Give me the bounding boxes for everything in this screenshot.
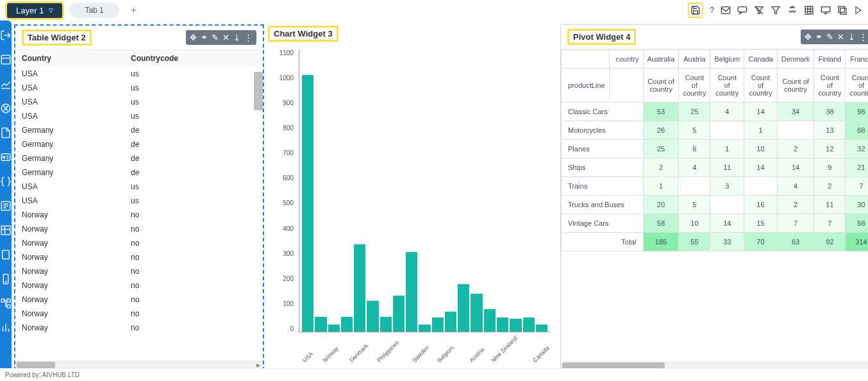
chart-bar[interactable] — [458, 284, 469, 332]
more-icon[interactable]: ⋮ — [244, 33, 253, 42]
move-icon[interactable]: ✥ — [805, 32, 812, 42]
chart-bar[interactable] — [419, 325, 430, 332]
filter-off-icon[interactable] — [754, 5, 764, 15]
link-icon[interactable]: ⚭ — [201, 33, 208, 42]
table-row[interactable]: Norwayno — [15, 208, 263, 222]
map-icon[interactable] — [0, 103, 12, 114]
table-row[interactable]: Germanyde — [15, 151, 263, 165]
chart-bar[interactable] — [484, 309, 496, 332]
more-icon[interactable]: ⋮ — [859, 32, 867, 42]
svg-rect-32 — [3, 250, 10, 259]
chart-widget[interactable]: Chart Widget 3 0100200300400500600700800… — [268, 24, 556, 371]
svg-point-22 — [3, 157, 5, 158]
add-tab-button[interactable]: + — [124, 1, 143, 19]
play-icon[interactable] — [854, 6, 863, 15]
chart-bar[interactable] — [393, 296, 405, 332]
chart-bar[interactable] — [380, 317, 392, 332]
settings-icon[interactable] — [787, 5, 797, 15]
x-tick-label: Norway — [319, 345, 340, 366]
table-row[interactable]: USAus — [15, 67, 263, 81]
table-row[interactable]: Norwayno — [15, 250, 263, 264]
exit-icon[interactable] — [0, 30, 12, 41]
table-row[interactable]: USAus — [15, 81, 263, 95]
edit-icon[interactable]: ✎ — [212, 33, 219, 42]
layer-dropdown[interactable]: Layer 1 ▽ — [5, 1, 64, 20]
svg-rect-0 — [721, 7, 730, 14]
table-row[interactable]: Norwayno — [15, 307, 263, 321]
table-row[interactable]: USAus — [15, 95, 263, 109]
table-widget[interactable]: Table Widget 2 ✥ ⚭ ✎ ✕ ⤓ ⋮ Country Count… — [14, 24, 264, 371]
download-icon[interactable]: ⤓ — [848, 32, 855, 42]
cell-code: no — [131, 224, 139, 233]
table-row[interactable]: Norwayno — [15, 236, 263, 250]
grid-icon[interactable] — [804, 5, 814, 15]
download-icon[interactable]: ⤓ — [233, 33, 240, 42]
tree-icon[interactable] — [0, 298, 12, 309]
chart-bar[interactable] — [341, 317, 353, 332]
chart-bar[interactable] — [523, 318, 535, 332]
table-row[interactable]: Germanyde — [15, 137, 263, 151]
vertical-scrollbar[interactable] — [254, 72, 263, 110]
powered-by-label: Powered by: AIVHUB LTD — [5, 371, 79, 378]
table-row[interactable]: Germanyde — [15, 123, 263, 137]
tools-icon[interactable]: ✕ — [837, 32, 844, 42]
link-icon[interactable]: ⚭ — [815, 32, 822, 42]
mobile-icon[interactable] — [0, 273, 12, 285]
table-row[interactable]: Norwayno — [15, 278, 263, 292]
pivot-widget[interactable]: Pivot Widget 4 ✥ ⚭ ✎ ✕ ⤓ ⋮ countryAustra… — [560, 24, 868, 371]
chart-bar[interactable] — [367, 301, 378, 332]
card-icon[interactable] — [0, 151, 12, 163]
cell-code: no — [131, 239, 139, 248]
table-row[interactable]: Germanyde — [15, 165, 263, 180]
save-icon[interactable] — [688, 3, 703, 18]
svg-rect-17 — [1, 55, 10, 64]
cell-code: us — [131, 97, 139, 106]
present-icon[interactable] — [821, 6, 831, 15]
chart-bar[interactable] — [432, 318, 444, 332]
tab-button[interactable]: Tab 1 — [69, 3, 119, 18]
x-axis-labels: USANorwayDenmarkPhilippinesSwedenBelgium… — [299, 362, 550, 368]
page-icon[interactable] — [0, 249, 12, 260]
help-icon[interactable]: ? — [710, 6, 714, 15]
svg-rect-1 — [738, 7, 746, 12]
table-row[interactable]: Norwayno — [15, 292, 263, 307]
chart-bar[interactable] — [510, 319, 521, 332]
chart-bar[interactable] — [406, 252, 417, 332]
form-icon[interactable] — [0, 200, 12, 212]
table-icon[interactable] — [0, 224, 12, 236]
doc-icon[interactable] — [0, 127, 12, 139]
table-row[interactable]: Norwayno — [15, 222, 263, 236]
cell-country: Norway — [22, 239, 131, 248]
table-col-country[interactable]: Country — [22, 54, 131, 63]
chart-bar[interactable] — [315, 317, 326, 332]
bar-chart-icon[interactable] — [0, 322, 12, 334]
chart-bar[interactable] — [536, 325, 547, 332]
chart-bar[interactable] — [445, 312, 456, 332]
table-row[interactable]: USAus — [15, 109, 263, 123]
layers-icon[interactable] — [837, 5, 847, 15]
table-row[interactable]: USAus — [15, 194, 263, 208]
filter-icon[interactable] — [771, 5, 781, 15]
braces-icon[interactable] — [0, 176, 12, 187]
move-icon[interactable]: ✥ — [190, 33, 197, 42]
chart-bar[interactable] — [497, 318, 508, 332]
table-row[interactable]: USAus — [15, 180, 263, 194]
report-icon[interactable] — [0, 54, 12, 65]
x-tick-label: Denmark — [346, 343, 369, 366]
comment-icon[interactable] — [737, 6, 747, 15]
svg-rect-5 — [805, 6, 813, 14]
table-row[interactable]: Norwayno — [15, 321, 263, 335]
table-row[interactable]: Norwayno — [15, 264, 263, 278]
chart-area: 010020030040050060070080090010001100 USA… — [268, 43, 556, 371]
chart-bar[interactable] — [328, 325, 340, 332]
chart-bar[interactable] — [471, 294, 482, 332]
chart-bar[interactable] — [354, 244, 365, 332]
chart-icon[interactable] — [0, 78, 12, 90]
chart-bar[interactable] — [302, 75, 313, 332]
x-tick-label: Austria — [465, 346, 485, 366]
edit-icon[interactable]: ✎ — [826, 32, 833, 42]
svg-line-3 — [755, 6, 763, 14]
tools-icon[interactable]: ✕ — [222, 33, 230, 42]
table-col-countrycode[interactable]: Countrycode — [131, 54, 178, 63]
mail-icon[interactable] — [721, 6, 731, 15]
